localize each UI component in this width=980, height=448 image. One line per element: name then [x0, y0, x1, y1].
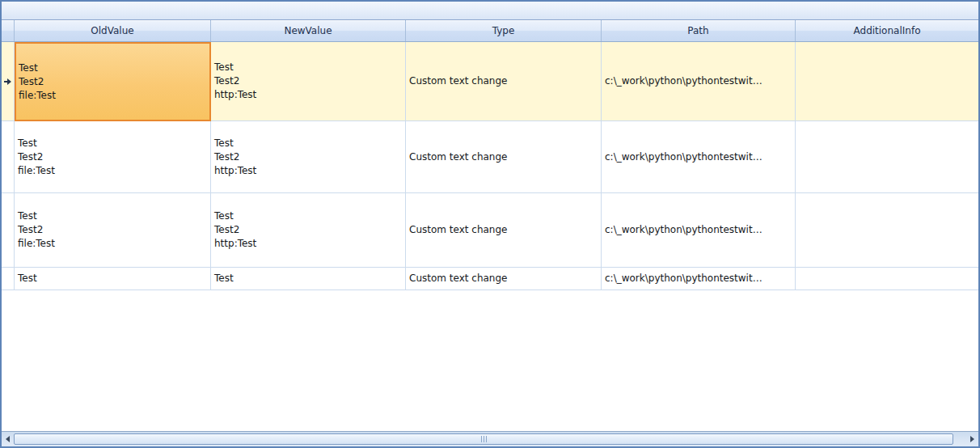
- cell-oldvalue[interactable]: Test Test2 file:Test: [15, 193, 211, 268]
- table-row: Test Test2 file:Test Test Test2 http:Tes…: [2, 193, 978, 268]
- cell-newvalue[interactable]: Test: [211, 268, 406, 290]
- cell-oldvalue[interactable]: Test Test2 file:Test: [15, 121, 211, 193]
- column-header-oldvalue[interactable]: OldValue: [15, 20, 211, 41]
- scroll-left-button[interactable]: [2, 432, 14, 446]
- column-header-newvalue[interactable]: NewValue: [211, 20, 406, 41]
- left-arrow-icon: [6, 436, 10, 442]
- row-header-corner[interactable]: [2, 20, 15, 41]
- column-header-path[interactable]: Path: [602, 20, 796, 41]
- right-arrow-icon: [970, 436, 974, 442]
- scroll-right-button[interactable]: [965, 432, 978, 446]
- cell-path[interactable]: c:\_work\python\pythontestwit…: [602, 193, 796, 268]
- cell-additionalinfo[interactable]: [796, 121, 978, 193]
- data-grid-window: OldValue NewValue Type Path AdditionalIn…: [0, 0, 980, 448]
- cell-newvalue[interactable]: Test Test2 http:Test: [211, 193, 406, 268]
- cell-additionalinfo[interactable]: [796, 42, 978, 121]
- cell-additionalinfo[interactable]: [796, 268, 978, 290]
- horizontal-scrollbar[interactable]: [2, 431, 978, 446]
- scrollbar-thumb[interactable]: [14, 433, 953, 445]
- grid-empty-area: [2, 290, 978, 431]
- scrollbar-grip-icon: [481, 436, 487, 442]
- column-header-additionalinfo[interactable]: AdditionalInfo: [796, 20, 978, 41]
- cell-additionalinfo[interactable]: [796, 193, 978, 268]
- cell-oldvalue[interactable]: Test: [15, 268, 211, 290]
- row-header[interactable]: [2, 268, 15, 290]
- grid-top-panel: [2, 2, 978, 20]
- cell-newvalue[interactable]: Test Test2 http:Test: [211, 121, 406, 193]
- table-row: Test Test2 file:Test Test Test2 http:Tes…: [2, 121, 978, 193]
- table-row: Test Test Custom text change c:\_work\py…: [2, 268, 978, 290]
- column-header-type[interactable]: Type: [406, 20, 602, 41]
- cell-path[interactable]: c:\_work\python\pythontestwit…: [602, 42, 796, 121]
- cell-path[interactable]: c:\_work\python\pythontestwit…: [602, 121, 796, 193]
- current-row-arrow-icon: [4, 78, 11, 85]
- grid-header-row: OldValue NewValue Type Path AdditionalIn…: [2, 20, 978, 42]
- cell-type[interactable]: Custom text change: [406, 268, 602, 290]
- cell-oldvalue-selected[interactable]: Test Test2 file:Test: [15, 42, 211, 121]
- row-header[interactable]: [2, 121, 15, 193]
- cell-type[interactable]: Custom text change: [406, 193, 602, 268]
- cell-type[interactable]: Custom text change: [406, 121, 602, 193]
- cell-type[interactable]: Custom text change: [406, 42, 602, 121]
- table-row: Test Test2 file:Test Test Test2 http:Tes…: [2, 42, 978, 121]
- cell-path[interactable]: c:\_work\python\pythontestwit…: [602, 268, 796, 290]
- scrollbar-track[interactable]: [953, 432, 965, 446]
- row-header[interactable]: [2, 193, 15, 268]
- row-header-current[interactable]: [2, 42, 15, 121]
- cell-newvalue[interactable]: Test Test2 http:Test: [211, 42, 406, 121]
